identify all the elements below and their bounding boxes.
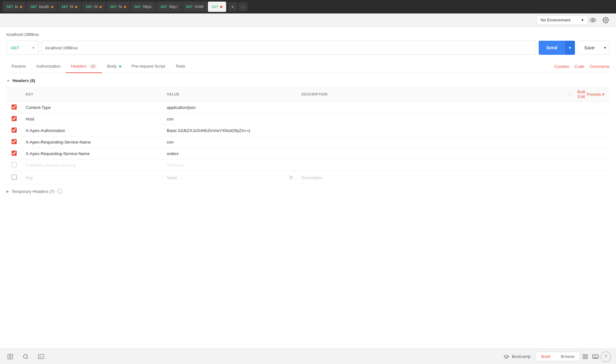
col-check-header bbox=[6, 87, 22, 102]
request-tab-8[interactable]: GET Untitl bbox=[182, 2, 207, 12]
build-browse-toggle: Build Browse bbox=[536, 352, 580, 361]
cursor-icon bbox=[289, 174, 294, 181]
cookies-link[interactable]: Cookies bbox=[554, 60, 569, 73]
temporary-headers-toggle[interactable]: ▶ Temporary Headers (7) i bbox=[6, 184, 610, 195]
value-value[interactable]: cnn bbox=[163, 136, 298, 148]
tab-headers[interactable]: Headers 13 bbox=[66, 60, 102, 73]
grid-icon-button[interactable] bbox=[580, 352, 590, 362]
key-value[interactable]: X-Mastery-Based-Learning bbox=[22, 160, 163, 171]
tab-body[interactable]: Body bbox=[102, 60, 126, 73]
tab-label: ht bbox=[70, 4, 73, 9]
settings-icon-button[interactable] bbox=[601, 15, 611, 25]
method-label: GET bbox=[160, 5, 167, 9]
code-link[interactable]: Code bbox=[574, 60, 584, 73]
save-main-button[interactable]: Save bbox=[578, 41, 601, 55]
add-tab-button[interactable]: + bbox=[228, 2, 237, 11]
chevron-down-icon: ▼ bbox=[6, 79, 10, 83]
headers-collapse-toggle[interactable]: ▼ Headers (6) bbox=[6, 78, 610, 83]
help-button[interactable]: ? bbox=[601, 352, 611, 362]
more-tabs-button[interactable]: ··· bbox=[238, 2, 247, 11]
search-icon-button[interactable] bbox=[21, 352, 31, 362]
row-checkbox[interactable] bbox=[12, 175, 17, 180]
keyboard-icon-button[interactable] bbox=[590, 352, 601, 362]
table-row: X-Apex-Authorization Basic b3JkZXJzOnNhZ… bbox=[6, 125, 610, 136]
value-value[interactable]: orders bbox=[163, 148, 298, 159]
key-value[interactable]: Content-Type bbox=[22, 102, 163, 113]
table-body: Content-Type application/json bbox=[6, 102, 610, 184]
request-tab-9[interactable]: GET bbox=[208, 2, 227, 12]
desc-placeholder[interactable]: Description bbox=[298, 172, 559, 183]
comments-link[interactable]: Comments bbox=[589, 60, 610, 73]
build-mode-button[interactable]: Build bbox=[536, 352, 556, 361]
more-options-button[interactable]: ··· bbox=[565, 90, 576, 98]
row-checkbox[interactable] bbox=[12, 104, 17, 110]
tab-tests[interactable]: Tests bbox=[170, 60, 190, 73]
presets-chevron: ▾ bbox=[602, 92, 604, 97]
desc-value[interactable] bbox=[298, 116, 559, 122]
request-tab-6[interactable]: GET https: bbox=[131, 2, 156, 12]
method-select[interactable]: GET ▾ bbox=[6, 41, 38, 55]
tab-prerequest[interactable]: Pre-request Script bbox=[126, 60, 170, 73]
console-icon-button[interactable] bbox=[36, 352, 46, 362]
url-input[interactable] bbox=[41, 41, 536, 55]
desc-value[interactable] bbox=[298, 128, 559, 134]
value-value[interactable]: application/json bbox=[163, 102, 298, 113]
table-row-empty: Key Value Description bbox=[6, 171, 610, 184]
value-value[interactable]: cnn bbox=[163, 113, 298, 125]
desc-value[interactable] bbox=[298, 162, 559, 169]
col-desc-header: DESCRIPTION bbox=[298, 87, 559, 102]
request-tab-7[interactable]: GET http:/ bbox=[157, 2, 181, 12]
row-checkbox[interactable] bbox=[12, 116, 17, 121]
key-value[interactable]: Host bbox=[22, 113, 163, 125]
layout-icon-button[interactable] bbox=[5, 352, 15, 362]
browse-mode-button[interactable]: Browse bbox=[556, 352, 580, 361]
value-cell: Basic b3JkZXJzOnNhZmVwYXNzd29yZA== bbox=[163, 125, 298, 136]
row-checkbox[interactable] bbox=[12, 128, 17, 133]
eye-icon-button[interactable] bbox=[588, 15, 598, 25]
value-value[interactable]: Priceless bbox=[163, 160, 298, 171]
tab-label: ht bbox=[94, 4, 98, 9]
method-label: GET bbox=[134, 5, 141, 9]
table-row: Content-Type application/json bbox=[6, 102, 610, 113]
row-checkbox[interactable] bbox=[12, 151, 17, 156]
bulk-edit-button[interactable]: Bulk Edit bbox=[578, 89, 586, 99]
presets-button[interactable]: Presets ▾ bbox=[587, 92, 604, 97]
request-tab-1[interactable]: GET lo bbox=[3, 2, 26, 12]
value-placeholder[interactable]: Value bbox=[167, 175, 177, 180]
tab-authorization[interactable]: Authorization bbox=[31, 60, 66, 73]
desc-value[interactable] bbox=[298, 139, 559, 145]
tab-actions: + ··· bbox=[228, 2, 247, 11]
save-dropdown-button[interactable]: ▾ bbox=[601, 41, 610, 55]
table-row: X-Apex-Requesting-Service-Name orders bbox=[6, 148, 610, 160]
key-value[interactable]: X-Apex-Requesting-Service-Name bbox=[22, 148, 163, 159]
send-dropdown-button[interactable]: ▾ bbox=[565, 41, 575, 55]
row-checkbox[interactable] bbox=[12, 139, 17, 144]
svg-rect-5 bbox=[38, 354, 44, 359]
svg-rect-7 bbox=[586, 354, 587, 356]
key-placeholder[interactable]: Key bbox=[22, 172, 163, 183]
value-cell: Value bbox=[163, 171, 298, 184]
request-tabs: Params Authorization Headers 13 Body Pre… bbox=[6, 60, 610, 73]
tab-body-label: Body bbox=[107, 64, 117, 69]
key-value[interactable]: X-Apex-Authorization bbox=[22, 125, 163, 136]
col-key-header: KEY bbox=[22, 87, 163, 102]
request-tab-3[interactable]: GET ht bbox=[58, 2, 81, 12]
desc-value[interactable] bbox=[298, 151, 559, 157]
method-label: GET bbox=[110, 5, 117, 9]
row-checkbox[interactable] bbox=[12, 162, 17, 167]
method-chevron: ▾ bbox=[32, 46, 34, 50]
send-main-button[interactable]: Send bbox=[539, 41, 565, 55]
tab-label: http:/ bbox=[169, 4, 178, 9]
row-actions bbox=[559, 102, 610, 113]
tab-params[interactable]: Params bbox=[6, 60, 31, 73]
checkbox-cell bbox=[6, 136, 22, 148]
desc-value[interactable] bbox=[298, 104, 559, 111]
key-cell: X-Apex-Responding-Service-Name bbox=[22, 136, 163, 148]
value-value[interactable]: Basic b3JkZXJzOnNhZmVwYXNzd29yZA== bbox=[163, 125, 298, 136]
environment-selector[interactable]: No Environment ▾ bbox=[536, 15, 588, 25]
key-value[interactable]: X-Apex-Responding-Service-Name bbox=[22, 136, 163, 148]
request-tab-2[interactable]: GET localh bbox=[27, 2, 57, 12]
bootcamp-button[interactable]: Bootcamp bbox=[498, 349, 536, 364]
request-tab-4[interactable]: GET ht bbox=[82, 2, 106, 12]
request-tab-5[interactable]: GET ht bbox=[106, 2, 130, 12]
